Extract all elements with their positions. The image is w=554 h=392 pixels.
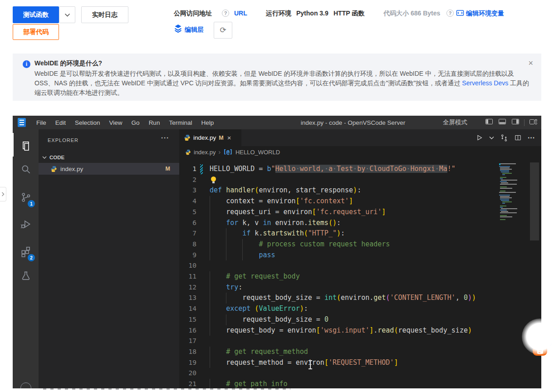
- code-line[interactable]: 2: [179, 175, 541, 186]
- menu-run[interactable]: Run: [144, 119, 165, 126]
- banner-close-icon[interactable]: ×: [528, 59, 533, 68]
- edit-layer-link[interactable]: 编辑层: [185, 24, 204, 34]
- serverless-devs-link[interactable]: Serverless Devs: [462, 79, 508, 87]
- line-number: 15: [179, 314, 196, 325]
- titlebar: File Edit Selection View Go Run Terminal…: [13, 116, 541, 129]
- line-number: 14: [179, 304, 196, 314]
- extensions-icon[interactable]: 2: [13, 240, 39, 262]
- code-line[interactable]: 19 request_method = environ['REQUEST_MET…: [179, 358, 541, 368]
- activity-bar: 1 2: [13, 129, 39, 388]
- file-name: index.py: [60, 166, 83, 172]
- code-line[interactable]: 3def handler(environ, start_response):: [179, 185, 541, 196]
- open-changes-icon[interactable]: [500, 134, 508, 142]
- code-line[interactable]: 20: [179, 368, 541, 379]
- menu-terminal[interactable]: Terminal: [164, 119, 196, 126]
- run-file-icon[interactable]: [476, 134, 483, 142]
- source-control-icon[interactable]: 1: [13, 186, 39, 208]
- toggle-sidebar-icon[interactable]: [485, 117, 494, 128]
- webide-info-banner: i WebIDE 的环境是什么? WebIDE 是可以帮助开发者快速进行代码测试…: [13, 54, 541, 101]
- panel-expander[interactable]: [0, 187, 6, 201]
- code-line[interactable]: 15 request_body_size = 0: [179, 314, 541, 325]
- code-line[interactable]: 9 pass: [179, 250, 541, 261]
- code-line[interactable]: 6 for k, v in environ.items():: [179, 218, 541, 229]
- menu-file[interactable]: File: [32, 119, 51, 126]
- code-line[interactable]: 21 # get path info: [179, 379, 541, 388]
- code-size-label: 代码大小 686 Bytes: [383, 8, 440, 18]
- customize-layout-icon[interactable]: [529, 117, 538, 128]
- line-number: 1: [179, 164, 196, 175]
- split-editor-icon[interactable]: [514, 134, 522, 142]
- banner-title: WebIDE 的环境是什么?: [34, 59, 102, 68]
- chevron-down-icon: [64, 11, 70, 19]
- minimap[interactable]: [499, 163, 528, 220]
- code-line[interactable]: 12 try:: [179, 282, 541, 293]
- assistant-mascot[interactable]: [522, 318, 554, 358]
- code-line[interactable]: 16 request_body = environ['wsgi.input'].…: [179, 325, 541, 336]
- line-number: 7: [179, 228, 196, 239]
- menu-go[interactable]: Go: [127, 119, 144, 126]
- mascot-glow: [522, 318, 554, 355]
- code-line[interactable]: 8 # process custom request headers: [179, 239, 541, 250]
- minimap-scrollbar[interactable]: [530, 162, 539, 240]
- code-line[interactable]: 17: [179, 336, 541, 347]
- code-line[interactable]: 7 if k.startswith("HTTP_"):: [179, 228, 541, 239]
- test-function-button[interactable]: 测试函数: [13, 6, 59, 23]
- code-line[interactable]: 13 request_body_size = int(environ.get('…: [179, 293, 541, 304]
- window-title: index.py - code - OpenVSCode Server: [230, 116, 476, 129]
- menu-edit[interactable]: Edit: [51, 119, 70, 126]
- code-line[interactable]: 4 context = environ['fc.context']: [179, 196, 541, 207]
- help-icon[interactable]: ?: [446, 10, 454, 17]
- python-file-icon: [50, 166, 57, 172]
- section-label: CODE: [49, 155, 64, 160]
- help-icon[interactable]: ?: [222, 10, 229, 17]
- mouse-ibeam-cursor: [310, 361, 311, 369]
- edit-env-vars-link[interactable]: 编辑环境变量: [466, 8, 504, 18]
- menu-view[interactable]: View: [105, 119, 127, 126]
- code-line[interactable]: 10: [179, 260, 541, 271]
- search-icon[interactable]: [13, 158, 39, 180]
- code-line[interactable]: 14 except (ValueError):: [179, 304, 541, 314]
- tree-section-code[interactable]: CODE: [39, 152, 179, 163]
- code-line[interactable]: 11 # get request_body: [179, 271, 541, 282]
- python-file-icon: [185, 149, 191, 155]
- breadcrumb-symbol[interactable]: HELLO_WORLD: [235, 149, 280, 156]
- line-number: 12: [179, 282, 196, 293]
- lightbulb-icon[interactable]: [211, 176, 216, 181]
- close-icon[interactable]: ×: [227, 134, 231, 142]
- toggle-panel-icon[interactable]: [498, 117, 507, 128]
- more-actions-icon[interactable]: ···: [528, 134, 535, 142]
- menu-help[interactable]: Help: [196, 119, 218, 126]
- line-number: 20: [179, 368, 196, 379]
- explorer-more-icon[interactable]: ···: [161, 134, 169, 142]
- fullscreen-mode-button[interactable]: 全屏模式: [443, 116, 467, 129]
- tab-indexpy[interactable]: index.py M ×: [179, 129, 241, 146]
- refresh-button[interactable]: ⟳: [214, 22, 232, 39]
- deploy-code-button[interactable]: 部署代码: [13, 24, 59, 40]
- line-number: 10: [179, 260, 196, 271]
- tree-item-indexpy[interactable]: index.py M: [39, 163, 179, 175]
- run-debug-icon[interactable]: [13, 213, 39, 235]
- realtime-logs-button[interactable]: 实时日志: [81, 6, 128, 23]
- editor-group: index.py M × ··· index.py › [@]: [179, 129, 541, 388]
- code-editor[interactable]: 1HELLO_WORLD = b"Hello·world,·a·Test·by·…: [179, 158, 541, 388]
- code-line[interactable]: 5 request_uri = environ['fc.request_uri'…: [179, 207, 541, 218]
- code-editor-lines: 1HELLO_WORLD = b"Hello·world,·a·Test·by·…: [179, 164, 541, 388]
- toggle-secondary-sidebar-icon[interactable]: [511, 117, 520, 128]
- line-number: 2: [179, 175, 196, 186]
- runtime-label: 运行环境: [266, 8, 291, 18]
- line-number: 5: [179, 207, 196, 218]
- test-function-dropdown-button[interactable]: [59, 6, 75, 23]
- url-link[interactable]: URL: [234, 8, 247, 18]
- code-line[interactable]: 1HELLO_WORLD = b"Hello·world,·a·Test·by·…: [179, 164, 541, 175]
- run-dropdown-icon[interactable]: [489, 136, 494, 140]
- test-beaker-icon[interactable]: [13, 265, 39, 287]
- line-number: 16: [179, 325, 196, 336]
- vscode-logo-icon: [18, 118, 26, 127]
- vscode-window: File Edit Selection View Go Run Terminal…: [13, 116, 541, 388]
- settings-gear-icon[interactable]: [20, 382, 31, 388]
- explorer-icon[interactable]: [13, 135, 39, 157]
- menu-selection[interactable]: Selection: [70, 119, 105, 126]
- breadcrumb[interactable]: index.py › [@] HELLO_WORLD: [179, 146, 541, 158]
- breadcrumb-file[interactable]: index.py: [194, 149, 216, 156]
- code-line[interactable]: 18 # get request_method: [179, 347, 541, 358]
